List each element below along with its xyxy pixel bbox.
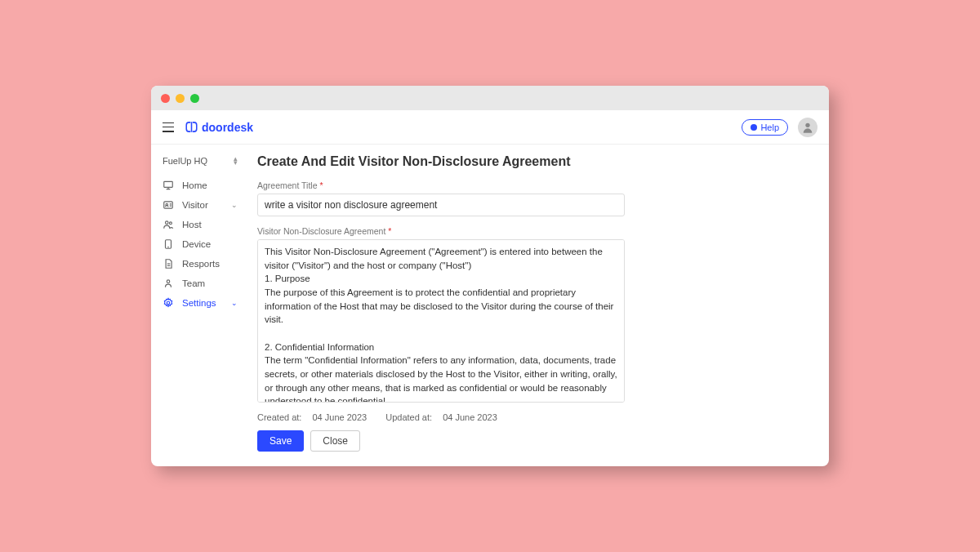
timestamps: Created at: 04 June 2023 Updated at: 04 … — [257, 412, 813, 422]
svg-point-1 — [805, 122, 809, 127]
close-button[interactable]: Close — [310, 430, 360, 452]
svg-point-12 — [168, 247, 169, 247]
agreement-body-label: Visitor Non-Disclosure Agreement * — [257, 226, 813, 236]
main-content: Create And Edit Visitor Non-Disclosure A… — [249, 145, 829, 466]
brand-name: doordesk — [202, 121, 253, 134]
sidebar-item-label: Team — [182, 278, 238, 288]
brand-logo[interactable]: doordesk — [185, 121, 253, 134]
org-selector[interactable]: FuelUp HQ ▴▾ — [158, 153, 243, 169]
sidebar-item-label: Visitor — [182, 200, 223, 210]
user-icon — [801, 121, 814, 134]
topbar-right: Help — [742, 118, 817, 137]
doordesk-logo-icon — [185, 121, 198, 133]
chevron-down-icon: ⌄ — [231, 299, 238, 307]
id-card-icon — [163, 199, 174, 211]
help-button[interactable]: Help — [742, 119, 788, 136]
topbar: doordesk Help — [151, 110, 829, 145]
gear-icon — [163, 297, 174, 309]
sidebar-item-label: Host — [182, 220, 238, 229]
svg-rect-2 — [164, 181, 173, 187]
menu-toggle-icon[interactable] — [163, 122, 174, 132]
chevron-updown-icon: ▴▾ — [234, 157, 238, 166]
app-window: doordesk Help FuelUp HQ ▴▾ Home — [151, 86, 829, 466]
app-body: FuelUp HQ ▴▾ Home Visitor ⌄ Host Device — [151, 145, 829, 466]
sidebar-item-label: Device — [182, 239, 238, 249]
sidebar-item-home[interactable]: Home — [158, 176, 243, 195]
svg-point-9 — [166, 221, 169, 225]
user-avatar[interactable] — [798, 118, 817, 137]
svg-rect-5 — [164, 202, 173, 208]
sidebar-item-reports[interactable]: Resports — [158, 254, 243, 274]
sidebar: FuelUp HQ ▴▾ Home Visitor ⌄ Host Device — [151, 145, 249, 466]
agreement-title-input[interactable] — [257, 194, 625, 216]
updated-at: Updated at: 04 June 2023 — [385, 412, 506, 422]
sidebar-item-visitor[interactable]: Visitor ⌄ — [158, 195, 243, 215]
chevron-down-icon: ⌄ — [231, 201, 238, 209]
created-at: Created at: 04 June 2023 — [257, 412, 375, 422]
sidebar-item-team[interactable]: Team — [158, 274, 243, 293]
sidebar-item-settings[interactable]: Settings ⌄ — [158, 293, 243, 313]
sidebar-item-label: Home — [182, 180, 238, 190]
topbar-left: doordesk — [163, 121, 253, 134]
document-icon — [163, 258, 174, 269]
save-button[interactable]: Save — [257, 430, 304, 452]
window-minimize-dot[interactable] — [176, 94, 185, 103]
agreement-body-textarea[interactable] — [257, 239, 625, 403]
window-close-dot[interactable] — [161, 94, 170, 103]
sidebar-item-label: Settings — [182, 298, 223, 308]
svg-point-16 — [167, 301, 170, 305]
help-label: Help — [760, 122, 779, 132]
sidebar-item-host[interactable]: Host — [158, 215, 243, 234]
monitor-icon — [163, 180, 174, 191]
users-icon — [163, 219, 174, 230]
tablet-icon — [163, 238, 174, 250]
button-row: Save Close — [257, 430, 813, 452]
agreement-title-label: Agreement Title * — [257, 180, 813, 190]
help-dot-icon — [751, 124, 757, 131]
window-titlebar — [151, 86, 829, 110]
sidebar-item-label: Resports — [182, 259, 238, 269]
svg-point-15 — [167, 280, 170, 283]
person-icon — [163, 278, 174, 289]
window-maximize-dot[interactable] — [190, 94, 199, 103]
svg-point-10 — [169, 222, 172, 225]
sidebar-item-device[interactable]: Device — [158, 234, 243, 254]
page-title: Create And Edit Visitor Non-Disclosure A… — [257, 154, 813, 169]
org-name: FuelUp HQ — [163, 156, 207, 166]
